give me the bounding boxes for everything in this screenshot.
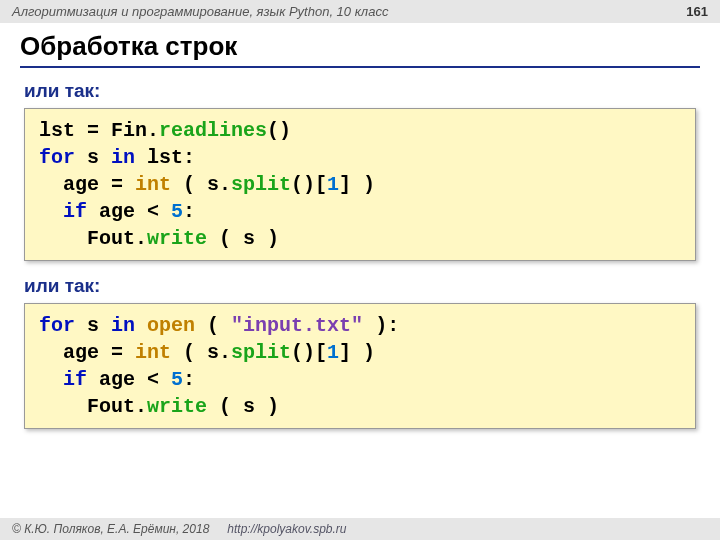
code-text: () bbox=[267, 119, 291, 142]
code-text: s bbox=[75, 146, 111, 169]
code-text: ( s ) bbox=[207, 395, 279, 418]
code-keyword: in bbox=[111, 314, 135, 337]
code-keyword: for bbox=[39, 146, 75, 169]
code-text: s bbox=[75, 314, 111, 337]
code-text bbox=[39, 200, 63, 223]
code-text: : bbox=[183, 200, 195, 223]
code-number: 1 bbox=[327, 341, 339, 364]
code-keyword: if bbox=[63, 200, 87, 223]
code-text: ()[ bbox=[291, 341, 327, 364]
code-text: ( s. bbox=[171, 173, 231, 196]
code-block-2: for s in open ( "input.txt" ): age = int… bbox=[24, 303, 696, 429]
code-text: = bbox=[99, 341, 135, 364]
course-title: Алгоритмизация и программирование, язык … bbox=[12, 4, 388, 19]
code-text: ] ) bbox=[339, 341, 375, 364]
code-func: open bbox=[147, 314, 195, 337]
code-text: age bbox=[39, 173, 99, 196]
code-keyword: for bbox=[39, 314, 75, 337]
code-text: age bbox=[87, 200, 135, 223]
code-text: age bbox=[39, 341, 99, 364]
code-number: 1 bbox=[327, 173, 339, 196]
code-text bbox=[39, 368, 63, 391]
slide-header: Алгоритмизация и программирование, язык … bbox=[0, 0, 720, 23]
code-text: ( s ) bbox=[207, 227, 279, 250]
code-func: int bbox=[135, 341, 171, 364]
code-number: 5 bbox=[171, 200, 183, 223]
code-text bbox=[135, 314, 147, 337]
code-text: Fout. bbox=[39, 227, 147, 250]
code-text: lst: bbox=[135, 146, 195, 169]
code-text: ( s. bbox=[171, 341, 231, 364]
code-text: : bbox=[183, 368, 195, 391]
code-text: < bbox=[135, 200, 171, 223]
code-text: lst bbox=[39, 119, 75, 142]
code-text: Fin. bbox=[111, 119, 159, 142]
code-text: = bbox=[99, 173, 135, 196]
code-block-1: lst = Fin.readlines() for s in lst: age … bbox=[24, 108, 696, 261]
code-text: ): bbox=[363, 314, 399, 337]
code-text: < bbox=[135, 368, 171, 391]
code-text: Fout. bbox=[39, 395, 147, 418]
code-text: age bbox=[87, 368, 135, 391]
footer-url: http://kpolyakov.spb.ru bbox=[227, 522, 346, 536]
code-text: = bbox=[75, 119, 111, 142]
code-text: ( bbox=[195, 314, 231, 337]
slide-title: Обработка строк bbox=[0, 23, 720, 66]
page-number: 161 bbox=[686, 4, 708, 19]
subtitle-2: или так: bbox=[0, 271, 720, 303]
code-text: ()[ bbox=[291, 173, 327, 196]
code-number: 5 bbox=[171, 368, 183, 391]
title-underline bbox=[20, 66, 700, 68]
code-keyword: if bbox=[63, 368, 87, 391]
code-method: write bbox=[147, 395, 207, 418]
code-method: write bbox=[147, 227, 207, 250]
code-text: ] ) bbox=[339, 173, 375, 196]
copyright: © К.Ю. Поляков, Е.А. Ерёмин, 2018 bbox=[12, 522, 209, 536]
code-func: int bbox=[135, 173, 171, 196]
code-string: "input.txt" bbox=[231, 314, 363, 337]
code-method: readlines bbox=[159, 119, 267, 142]
code-method: split bbox=[231, 173, 291, 196]
code-method: split bbox=[231, 341, 291, 364]
slide-footer: © К.Ю. Поляков, Е.А. Ерёмин, 2018 http:/… bbox=[0, 518, 720, 540]
subtitle-1: или так: bbox=[0, 76, 720, 108]
code-keyword: in bbox=[111, 146, 135, 169]
